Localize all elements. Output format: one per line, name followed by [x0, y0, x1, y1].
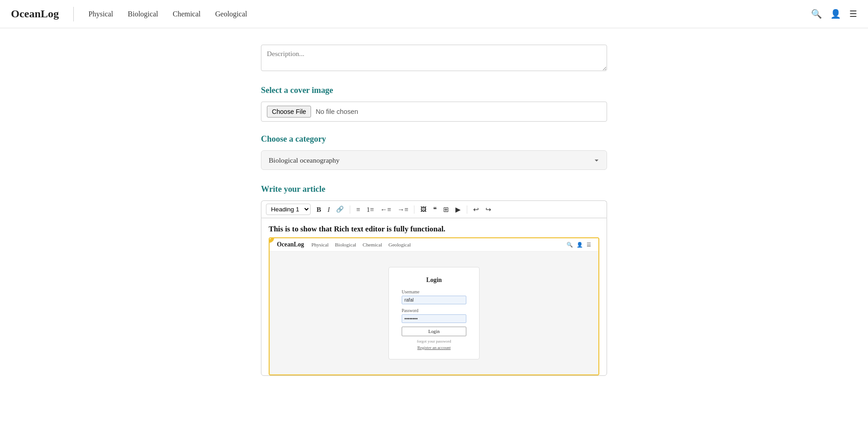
nav-link-physical[interactable]: Physical: [88, 10, 113, 18]
undo-button[interactable]: ↩: [471, 204, 481, 215]
nav-link-biological[interactable]: Biological: [128, 10, 158, 18]
link-button[interactable]: 🔗: [334, 204, 346, 215]
nav-link-chemical[interactable]: Chemical: [173, 10, 200, 18]
bold-button[interactable]: B: [314, 204, 323, 215]
choose-file-button[interactable]: Choose File: [267, 106, 311, 118]
inner-user-icon: 👤: [577, 242, 583, 248]
image-button[interactable]: 🖼: [418, 205, 429, 215]
editor-content-first-line: This is to show that Rich text editor is…: [261, 218, 607, 237]
inner-body: Login Username Password Login forgot you…: [270, 251, 598, 374]
inner-login-card: Login Username Password Login forgot you…: [388, 267, 480, 359]
redo-button[interactable]: ↪: [483, 204, 494, 215]
editor-toolbar: Heading 1 Heading 2 Heading 3 Paragraph …: [261, 200, 607, 218]
toolbar-separator-1: [350, 205, 350, 214]
media-button[interactable]: ▶: [453, 204, 463, 215]
user-icon[interactable]: 👤: [830, 9, 841, 19]
description-section: [261, 41, 607, 73]
description-textarea[interactable]: [261, 45, 607, 71]
search-icon[interactable]: 🔍: [811, 9, 822, 19]
inner-search-icon: 🔍: [567, 242, 573, 248]
quote-button[interactable]: ❝: [431, 204, 439, 215]
indent-more-button[interactable]: →≡: [395, 204, 411, 215]
main-content: Select a cover image Choose File No file…: [0, 28, 868, 394]
inner-username-input: [402, 296, 466, 304]
inner-nav-biological: Biological: [335, 242, 357, 247]
inner-username-group: Username: [402, 289, 466, 304]
bullet-list-button[interactable]: ≡: [354, 204, 363, 215]
inner-username-label: Username: [402, 289, 466, 294]
article-section: Write your article Heading 1 Heading 2 H…: [261, 185, 607, 376]
inner-login-title: Login: [402, 277, 466, 284]
inner-menu-icon: ☰: [587, 242, 591, 248]
inner-nav-physical: Physical: [311, 242, 329, 247]
toolbar-separator-2: [414, 205, 414, 214]
inner-password-label: Password: [402, 308, 466, 313]
navbar-icons: 🔍 👤 ☰: [811, 9, 857, 19]
cover-image-section: Select a cover image Choose File No file…: [261, 86, 607, 122]
italic-button[interactable]: I: [325, 204, 332, 215]
category-select[interactable]: Biological oceanography Chemical oceanog…: [261, 150, 607, 170]
navbar-divider: [73, 7, 74, 21]
inner-nav-icons: 🔍 👤 ☰: [567, 242, 591, 248]
inner-nav-geological: Geological: [388, 242, 411, 247]
form-container: Select a cover image Choose File No file…: [261, 28, 607, 394]
article-section-title: Write your article: [261, 185, 607, 194]
category-section: Choose a category Biological oceanograph…: [261, 134, 607, 170]
inner-nav-chemical: Chemical: [363, 242, 382, 247]
navbar-links: Physical Biological Chemical Geological: [88, 10, 811, 18]
cover-image-title: Select a cover image: [261, 86, 607, 95]
file-chosen-label: No file chosen: [316, 108, 358, 115]
inner-password-input: [402, 314, 466, 323]
ordered-list-button[interactable]: 1≡: [364, 204, 376, 215]
inner-logo: OceanLog: [277, 241, 304, 248]
inner-preview: ↻ OceanLog Physical Biological Chemical …: [269, 237, 599, 375]
navbar: OceanLog Physical Biological Chemical Ge…: [0, 0, 868, 28]
inner-navbar: OceanLog Physical Biological Chemical Ge…: [270, 238, 598, 251]
menu-icon[interactable]: ☰: [849, 9, 857, 19]
heading-select[interactable]: Heading 1 Heading 2 Heading 3 Paragraph: [266, 204, 311, 215]
editor-body[interactable]: This is to show that Rich text editor is…: [261, 218, 607, 376]
indent-less-button[interactable]: ←≡: [378, 204, 393, 215]
inner-forgot-label: forgot your password: [402, 339, 466, 343]
toolbar-separator-3: [467, 205, 467, 214]
inner-login-button: Login: [402, 327, 466, 336]
category-title: Choose a category: [261, 134, 607, 144]
navbar-logo[interactable]: OceanLog: [11, 8, 59, 20]
inner-password-group: Password: [402, 308, 466, 323]
nav-link-geological[interactable]: Geological: [215, 10, 247, 18]
file-input-row: Choose File No file chosen: [261, 102, 607, 122]
table-button[interactable]: ⊞: [441, 204, 451, 215]
inner-register-link: Register an account: [402, 345, 466, 350]
inner-nav-links: Physical Biological Chemical Geological: [311, 242, 567, 247]
